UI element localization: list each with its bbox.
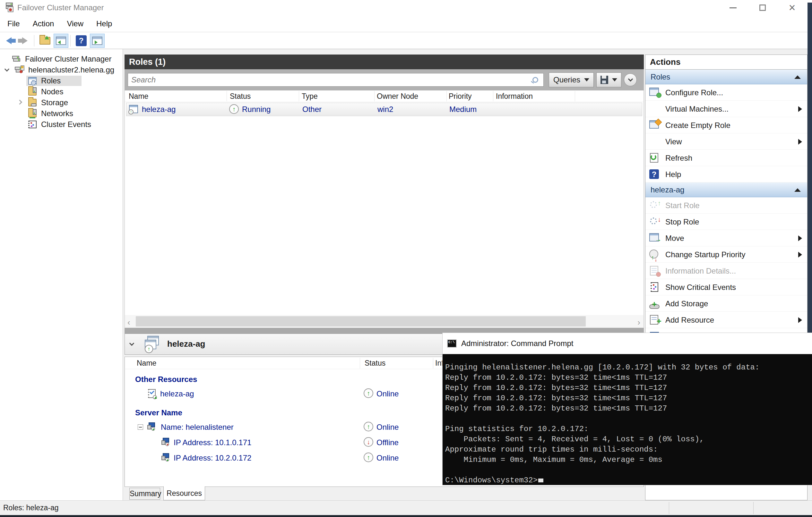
column-information[interactable]: Information xyxy=(496,92,533,101)
column-divider[interactable] xyxy=(575,91,575,101)
action-virtual-machines[interactable]: Virtual Machines... xyxy=(645,101,807,117)
search-box[interactable] xyxy=(128,73,544,87)
collapse-section-icon[interactable] xyxy=(794,75,801,79)
tree-item-roles[interactable]: Roles xyxy=(0,75,123,86)
tree-item-label: helenacluster2.helena.gg xyxy=(28,64,114,75)
group-heading: Server Name xyxy=(135,408,182,417)
show-hide-console-tree-icon xyxy=(56,36,66,45)
action-view[interactable]: View xyxy=(645,133,807,150)
command-prompt-title: Administrator: Command Prompt xyxy=(461,339,573,348)
failover-cluster-manager-icon xyxy=(4,3,15,13)
actions-section-roles[interactable]: Roles xyxy=(645,69,807,84)
console-line: Reply from 10.2.0.172: bytes=32 time<1ms… xyxy=(445,393,812,403)
scroll-left-icon[interactable]: ‹ xyxy=(127,317,130,328)
tree-item-networks[interactable]: Networks xyxy=(0,108,123,119)
title-bar[interactable]: Failover Cluster Manager × xyxy=(0,0,812,16)
show-hide-console-tree-button[interactable] xyxy=(54,34,68,48)
console-line: Reply from 10.2.0.172: bytes=32 time<1ms… xyxy=(445,403,812,414)
help-icon: ? xyxy=(76,35,87,46)
action-create-empty-role[interactable]: Create Empty Role xyxy=(645,117,807,133)
create-empty-role-icon xyxy=(649,120,662,131)
column-status[interactable]: Status xyxy=(230,92,251,101)
console-cursor xyxy=(538,479,543,482)
storage-icon xyxy=(28,99,37,107)
tree-item-label: Networks xyxy=(41,108,73,119)
save-query-button[interactable] xyxy=(596,72,621,87)
action-show-critical-events[interactable]: Show Critical Events xyxy=(645,279,807,295)
scrollbar-thumb[interactable] xyxy=(136,316,586,327)
column-divider[interactable] xyxy=(433,358,433,368)
menu-help[interactable]: Help xyxy=(91,16,117,32)
tree-item-root[interactable]: Failover Cluster Manager xyxy=(0,54,123,64)
up-one-level-button[interactable] xyxy=(37,34,52,48)
role-priority: Medium xyxy=(449,105,476,114)
collapse-search-button[interactable] xyxy=(624,73,637,86)
role-owner-node: win2 xyxy=(377,105,393,114)
role-name: heleza-ag xyxy=(142,105,176,114)
tree-item-cluster-events[interactable]: Cluster Events xyxy=(0,119,123,130)
tree-item-nodes[interactable]: Nodes xyxy=(0,86,123,97)
background-window-edge xyxy=(808,3,812,333)
column-owner-node[interactable]: Owner Node xyxy=(377,92,418,101)
tab-summary[interactable]: Summary xyxy=(129,488,160,500)
dropdown-caret-icon xyxy=(612,78,617,82)
menu-action[interactable]: Action xyxy=(27,16,60,32)
command-prompt-window[interactable]: C:\ Administrator: Command Prompt Pingin… xyxy=(443,333,812,485)
forward-icon xyxy=(22,37,28,44)
menu-view[interactable]: View xyxy=(61,16,89,32)
action-add-resource[interactable]: + Add Resource xyxy=(645,312,807,328)
action-configure-role[interactable]: Configure Role... xyxy=(645,84,807,101)
tree-item-cluster[interactable]: helenacluster2.helena.gg xyxy=(0,64,123,75)
maximize-icon xyxy=(759,4,766,11)
action-change-startup-priority[interactable]: ↑ ↓ Change Startup Priority xyxy=(645,246,807,263)
submenu-arrow-icon xyxy=(798,235,802,241)
help-button[interactable]: ? xyxy=(74,34,89,48)
stop-role-icon: ↓ xyxy=(649,216,662,228)
collapse-expander-icon[interactable] xyxy=(138,424,143,430)
command-prompt-icon: C:\ xyxy=(447,339,457,348)
queries-button[interactable]: Queries xyxy=(549,72,594,87)
action-add-storage[interactable]: + Add Storage xyxy=(645,295,807,312)
action-move[interactable]: → Move xyxy=(645,230,807,246)
column-divider[interactable] xyxy=(227,91,227,101)
horizontal-scrollbar[interactable]: ‹ › xyxy=(124,315,644,328)
scroll-right-icon[interactable]: › xyxy=(637,317,640,328)
show-hide-action-pane-button[interactable] xyxy=(90,34,105,48)
column-name[interactable]: Name xyxy=(137,359,156,368)
actions-section-heleza-ag[interactable]: heleza-ag xyxy=(645,182,807,197)
show-critical-events-icon xyxy=(649,282,662,293)
search-input[interactable] xyxy=(128,75,532,84)
tree-item-storage[interactable]: Storage xyxy=(0,97,123,108)
column-name[interactable]: Name xyxy=(129,92,148,101)
maximize-button[interactable] xyxy=(752,0,773,16)
console-output[interactable]: Pinging helenalistener.helena.gg [10.2.0… xyxy=(443,354,812,485)
online-status-icon: ↑ xyxy=(364,388,373,398)
menu-file[interactable]: File xyxy=(2,16,25,32)
chevron-down-icon[interactable] xyxy=(4,67,10,72)
column-type[interactable]: Type xyxy=(302,92,318,101)
column-status[interactable]: Status xyxy=(365,359,385,368)
column-priority[interactable]: Priority xyxy=(449,92,472,101)
chevron-down-icon[interactable] xyxy=(129,341,135,346)
column-divider[interactable] xyxy=(493,91,493,101)
chevron-right-icon[interactable] xyxy=(17,100,23,105)
minimize-icon xyxy=(729,7,736,8)
action-refresh[interactable]: Refresh xyxy=(645,150,807,166)
column-divider[interactable] xyxy=(299,91,299,101)
resource-status: Online xyxy=(376,423,399,432)
tab-resources[interactable]: Resources xyxy=(163,486,205,500)
back-button[interactable] xyxy=(1,34,16,48)
column-divider[interactable] xyxy=(360,358,360,368)
command-prompt-title-bar[interactable]: C:\ Administrator: Command Prompt xyxy=(443,333,812,354)
minimize-button[interactable] xyxy=(723,0,743,16)
close-button[interactable]: × xyxy=(782,0,802,16)
add-resource-icon: + xyxy=(649,314,662,326)
table-row[interactable]: ↑ heleza-ag ↑ Running Other win2 Medium xyxy=(126,103,642,116)
action-help[interactable]: ? Help xyxy=(645,166,807,182)
collapse-section-icon[interactable] xyxy=(794,188,801,192)
column-divider[interactable] xyxy=(374,91,375,101)
action-stop-role[interactable]: ↓ Stop Role xyxy=(645,214,807,230)
column-divider[interactable] xyxy=(446,91,447,101)
forward-button[interactable] xyxy=(17,34,32,48)
refresh-icon xyxy=(649,152,662,164)
